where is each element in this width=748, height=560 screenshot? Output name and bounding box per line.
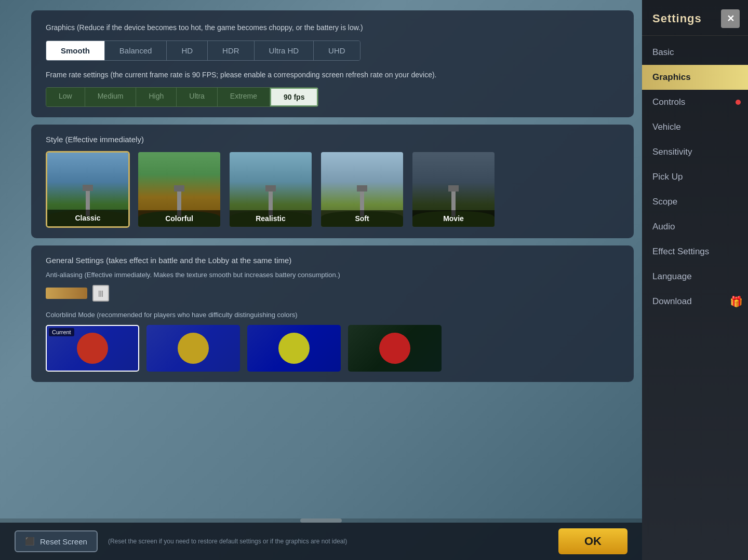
framerate-tabs: Low Medium High Ultra Extreme 90 fps bbox=[46, 87, 318, 107]
sidebar-item-effectsettings-label: Effect Settings bbox=[652, 247, 709, 256]
sidebar-item-basic-label: Basic bbox=[652, 47, 674, 57]
cb-circle-3 bbox=[278, 333, 310, 364]
controls-notification-dot bbox=[736, 100, 741, 105]
colorblind-card-2[interactable] bbox=[146, 325, 240, 372]
style-cards: Classic Colorful Realistic bbox=[46, 151, 619, 228]
sidebar-header: Settings ✕ bbox=[642, 0, 748, 36]
bottom-scrollbar[interactable] bbox=[0, 518, 642, 523]
bottom-bar: ⬛ Reset Screen (Reset the screen if you … bbox=[0, 523, 642, 560]
sidebar-item-download-label: Download bbox=[652, 296, 692, 306]
sidebar-title: Settings bbox=[652, 12, 702, 25]
sidebar-item-sensitivity[interactable]: Sensitivity bbox=[642, 140, 748, 165]
ok-button[interactable]: OK bbox=[558, 528, 627, 554]
sidebar-item-basic[interactable]: Basic bbox=[642, 40, 748, 65]
slider-handle[interactable]: ||| bbox=[92, 285, 109, 302]
framerate-tab-90fps[interactable]: 90 fps bbox=[270, 88, 318, 106]
sidebar-item-sensitivity-label: Sensitivity bbox=[652, 147, 692, 157]
colorblind-cards: Current bbox=[46, 325, 619, 372]
style-card-movie[interactable]: Movie bbox=[411, 151, 496, 228]
sidebar-item-scope[interactable]: Scope bbox=[642, 189, 748, 214]
slider-track[interactable] bbox=[46, 288, 87, 299]
cb-circle-4 bbox=[379, 333, 410, 364]
framerate-description: Frame rate settings (the current frame r… bbox=[46, 70, 619, 80]
general-settings-section: General Settings (takes effect in battle… bbox=[31, 245, 634, 382]
cb-circle-1 bbox=[77, 333, 108, 364]
style-card-soft[interactable]: Soft bbox=[320, 151, 404, 228]
quality-tab-smooth[interactable]: Smooth bbox=[46, 41, 105, 60]
sidebar: Settings ✕ Basic Graphics Controls Vehic… bbox=[642, 0, 748, 560]
sidebar-item-vehicle-label: Vehicle bbox=[652, 122, 681, 132]
classic-label: Classic bbox=[47, 210, 128, 226]
anti-alias-label: Anti-aliasing (Effective immediately. Ma… bbox=[46, 271, 619, 279]
framerate-tab-extreme[interactable]: Extreme bbox=[218, 88, 270, 106]
quality-tab-hd[interactable]: HD bbox=[167, 41, 208, 60]
sidebar-item-audio-label: Audio bbox=[652, 222, 675, 231]
soft-label: Soft bbox=[321, 210, 403, 227]
framerate-tab-high[interactable]: High bbox=[136, 88, 177, 106]
general-settings-title: General Settings (takes effect in battle… bbox=[46, 256, 619, 265]
sidebar-item-language[interactable]: Language bbox=[642, 264, 748, 289]
style-section: Style (Effective immediately) Classic Co… bbox=[31, 125, 634, 238]
quality-tab-balanced[interactable]: Balanced bbox=[105, 41, 167, 60]
close-button[interactable]: ✕ bbox=[721, 9, 740, 28]
colorful-label: Colorful bbox=[138, 210, 220, 227]
sidebar-item-controls-label: Controls bbox=[652, 97, 685, 107]
current-badge: Current bbox=[49, 328, 74, 336]
sidebar-item-download[interactable]: Download 🎁 bbox=[642, 289, 748, 314]
quality-description: Graphics (Reduce if the device becomes t… bbox=[46, 23, 619, 33]
quality-tabs: Smooth Balanced HD HDR Ultra HD UHD bbox=[46, 40, 360, 61]
framerate-tab-low[interactable]: Low bbox=[46, 88, 85, 106]
sidebar-item-pickup-label: Pick Up bbox=[652, 172, 683, 182]
main-content: Graphics (Reduce if the device becomes t… bbox=[31, 10, 634, 529]
quality-tab-ultrahd[interactable]: Ultra HD bbox=[255, 41, 314, 60]
sidebar-item-controls[interactable]: Controls bbox=[642, 90, 748, 115]
reset-icon: ⬛ bbox=[25, 537, 35, 546]
realistic-label: Realistic bbox=[230, 210, 312, 227]
framerate-tab-ultra[interactable]: Ultra bbox=[177, 88, 218, 106]
sidebar-item-graphics[interactable]: Graphics bbox=[642, 65, 748, 90]
style-card-colorful[interactable]: Colorful bbox=[137, 151, 221, 228]
reset-screen-button[interactable]: ⬛ Reset Screen bbox=[15, 530, 98, 552]
sidebar-item-pickup[interactable]: Pick Up bbox=[642, 165, 748, 189]
framerate-tab-medium[interactable]: Medium bbox=[85, 88, 137, 106]
quality-tab-uhd[interactable]: UHD bbox=[314, 41, 360, 60]
sidebar-item-scope-label: Scope bbox=[652, 197, 677, 207]
sidebar-item-language-label: Language bbox=[652, 271, 692, 281]
sidebar-nav: Basic Graphics Controls Vehicle Sensitiv… bbox=[642, 36, 748, 560]
cb-circle-2 bbox=[178, 333, 209, 364]
quality-tab-hdr[interactable]: HDR bbox=[208, 41, 255, 60]
sidebar-item-audio[interactable]: Audio bbox=[642, 214, 748, 239]
sidebar-item-effectsettings[interactable]: Effect Settings bbox=[642, 239, 748, 264]
gift-icon: 🎁 bbox=[730, 295, 743, 308]
sidebar-item-graphics-label: Graphics bbox=[652, 72, 691, 82]
scrollbar-thumb[interactable] bbox=[300, 518, 342, 523]
sidebar-item-vehicle[interactable]: Vehicle bbox=[642, 115, 748, 140]
colorblind-card-1[interactable]: Current bbox=[46, 325, 139, 372]
style-label: Style (Effective immediately) bbox=[46, 135, 619, 144]
style-card-realistic[interactable]: Realistic bbox=[229, 151, 313, 228]
reset-label: Reset Screen bbox=[40, 537, 87, 546]
colorblind-label: Colorblind Mode (recommended for players… bbox=[46, 311, 619, 319]
colorblind-card-4[interactable] bbox=[348, 325, 442, 372]
style-card-classic[interactable]: Classic bbox=[46, 151, 130, 228]
movie-label: Movie bbox=[412, 210, 495, 227]
colorblind-card-3[interactable] bbox=[247, 325, 341, 372]
graphics-quality-panel: Graphics (Reduce if the device becomes t… bbox=[31, 10, 634, 117]
anti-alias-slider-row: ||| bbox=[46, 285, 619, 302]
framerate-section: Frame rate settings (the current frame r… bbox=[46, 70, 619, 107]
reset-hint: (Reset the screen if you need to restore… bbox=[108, 538, 548, 545]
